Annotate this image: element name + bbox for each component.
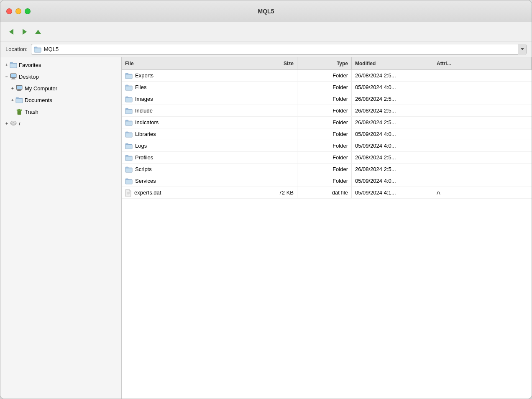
folder-icon <box>125 166 133 173</box>
cell-modified: 05/09/2024 4:0... <box>352 128 433 140</box>
col-header-modified[interactable]: Modified <box>352 57 433 69</box>
toggle-documents[interactable] <box>10 97 15 103</box>
table-row[interactable]: Libraries Folder 05/09/2024 4:0... <box>122 128 532 140</box>
location-input-wrapper[interactable]: MQL5 <box>31 44 527 55</box>
file-list: Experts Folder 26/08/2024 2:5... Files <box>122 70 532 399</box>
cell-type: Folder <box>297 117 352 128</box>
forward-button[interactable] <box>19 26 31 38</box>
sidebar-item-my-computer[interactable]: My Computer <box>0 82 121 94</box>
svg-rect-9 <box>17 110 22 111</box>
folder-icon <box>125 143 133 149</box>
back-icon <box>9 29 13 35</box>
cell-type: Folder <box>297 140 352 151</box>
svg-rect-6 <box>18 90 20 90</box>
cell-size <box>247 70 297 81</box>
table-row[interactable]: Services Folder 05/09/2024 4:0... <box>122 175 532 187</box>
folder-icon <box>125 72 133 79</box>
toggle-trash <box>10 109 15 115</box>
sidebar-item-root[interactable]: / <box>0 118 121 129</box>
cell-modified: 05/09/2024 4:1... <box>352 187 433 198</box>
toggle-favorites[interactable] <box>4 62 10 68</box>
table-row[interactable]: Profiles Folder 26/08/2024 2:5... <box>122 152 532 164</box>
minimize-button[interactable] <box>15 8 21 14</box>
cell-size <box>247 117 297 128</box>
attri-value: A <box>437 189 440 196</box>
cell-attri: A <box>433 187 532 198</box>
cell-filename: Images <box>122 93 247 105</box>
table-row[interactable]: Indicators Folder 26/08/2024 2:5... <box>122 117 532 128</box>
table-row[interactable]: Experts Folder 26/08/2024 2:5... <box>122 70 532 82</box>
col-header-size[interactable]: Size <box>247 57 297 69</box>
window-title: MQL5 <box>258 8 274 15</box>
cell-filename: Scripts <box>122 164 247 175</box>
table-row[interactable]: Scripts Folder 26/08/2024 2:5... <box>122 164 532 175</box>
modified-value: 26/08/2024 2:5... <box>355 166 396 172</box>
filename-label: Scripts <box>135 166 152 172</box>
back-button[interactable] <box>5 26 17 38</box>
cell-modified: 05/09/2024 4:0... <box>352 175 433 187</box>
col-header-type[interactable]: Type <box>297 57 352 69</box>
modified-value: 26/08/2024 2:5... <box>355 119 396 125</box>
svg-rect-2 <box>12 78 15 79</box>
cell-size <box>247 128 297 140</box>
cell-attri <box>433 164 532 175</box>
folder-icon <box>125 84 133 91</box>
filename-label: Logs <box>135 143 147 149</box>
modified-value: 05/09/2024 4:0... <box>355 84 396 90</box>
sidebar-label-desktop: Desktop <box>19 74 39 80</box>
modified-value: 05/09/2024 4:1... <box>355 189 396 196</box>
cell-type: Folder <box>297 152 352 163</box>
trash-icon <box>15 108 23 115</box>
table-row[interactable]: experts.dat 72 KB dat file 05/09/2024 4:… <box>122 187 532 199</box>
sidebar-label-trash: Trash <box>25 109 38 115</box>
modified-value: 05/09/2024 4:0... <box>355 131 396 137</box>
table-row[interactable]: Images Folder 26/08/2024 2:5... <box>122 93 532 105</box>
type-value: Folder <box>332 96 348 102</box>
col-header-attri[interactable]: Attri... <box>433 57 532 69</box>
cell-filename: Files <box>122 82 247 93</box>
modified-value: 26/08/2024 2:5... <box>355 154 396 161</box>
cell-size <box>247 175 297 187</box>
up-button[interactable] <box>32 26 44 38</box>
toggle-my-computer[interactable] <box>10 85 15 91</box>
sidebar-label-favorites: Favorites <box>19 62 41 68</box>
cell-modified: 26/08/2024 2:5... <box>352 152 433 163</box>
sidebar-item-trash[interactable]: Trash <box>0 106 121 118</box>
size-value: 72 KB <box>279 189 294 196</box>
cell-modified: 26/08/2024 2:5... <box>352 105 433 116</box>
cell-type: Folder <box>297 70 352 81</box>
sidebar-item-desktop[interactable]: Desktop <box>0 71 121 82</box>
cell-filename: Include <box>122 105 247 116</box>
cell-filename: Logs <box>122 140 247 151</box>
svg-rect-5 <box>17 86 22 89</box>
filename-label: Libraries <box>135 131 156 137</box>
maximize-button[interactable] <box>25 8 31 14</box>
type-value: Folder <box>332 131 348 137</box>
sidebar-label-my-computer: My Computer <box>25 85 57 92</box>
cell-size <box>247 140 297 151</box>
close-button[interactable] <box>6 8 12 14</box>
table-row[interactable]: Files Folder 05/09/2024 4:0... <box>122 82 532 93</box>
forward-icon <box>23 29 27 35</box>
svg-rect-7 <box>17 90 21 91</box>
sidebar-item-favorites[interactable]: Favorites <box>0 59 121 71</box>
modified-value: 26/08/2024 2:5... <box>355 72 396 79</box>
table-row[interactable]: Logs Folder 05/09/2024 4:0... <box>122 140 532 152</box>
cell-attri <box>433 140 532 151</box>
cell-modified: 05/09/2024 4:0... <box>352 82 433 93</box>
location-dropdown-button[interactable] <box>518 44 526 55</box>
filename-label: Indicators <box>135 119 159 125</box>
cell-type: Folder <box>297 93 352 105</box>
toolbar <box>0 22 532 41</box>
toggle-root[interactable] <box>4 120 10 126</box>
svg-rect-1 <box>11 74 16 77</box>
folder-icon <box>125 96 133 102</box>
filename-label: Files <box>135 84 146 90</box>
col-header-file[interactable]: File <box>122 57 247 69</box>
sidebar-item-documents[interactable]: Documents <box>0 94 121 106</box>
cell-attri <box>433 117 532 128</box>
cell-filename: Services <box>122 175 247 187</box>
toggle-desktop[interactable] <box>4 74 10 79</box>
type-value: Folder <box>332 154 348 161</box>
table-row[interactable]: Include Folder 26/08/2024 2:5... <box>122 105 532 117</box>
